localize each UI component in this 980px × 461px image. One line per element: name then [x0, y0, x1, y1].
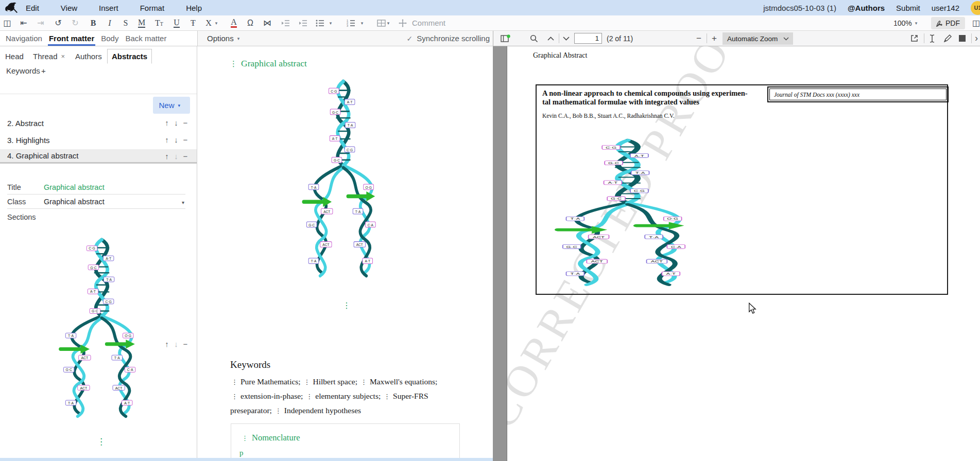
subtab-thread[interactable]: Thread × — [29, 49, 69, 64]
drag-handle-icon[interactable]: ⋮ — [242, 434, 248, 442]
move-up-icon[interactable]: ↑ — [163, 135, 171, 144]
text-size-button[interactable]: TT — [152, 15, 166, 30]
numbered-list-icon[interactable]: 123 — [343, 15, 358, 30]
tab-body[interactable]: Body — [100, 31, 119, 46]
move-down-icon[interactable]: ↓ — [172, 135, 180, 144]
open-in-window-icon[interactable] — [907, 31, 921, 46]
nomenclature-section[interactable]: ⋮Nomenclature p — [231, 423, 460, 458]
search-icon[interactable] — [527, 31, 541, 46]
menu-format[interactable]: Format — [140, 4, 165, 12]
page-layout-icon[interactable]: ◫ — [0, 15, 14, 30]
new-section-button[interactable]: New ▾ — [153, 97, 190, 114]
more-tools-icon[interactable]: › — [972, 31, 980, 46]
remove-icon[interactable]: − — [181, 340, 190, 348]
tab-back-matter[interactable]: Back matter — [124, 31, 167, 46]
app-logo-bird-icon[interactable] — [3, 1, 19, 15]
comment-button[interactable]: Comment — [412, 15, 445, 30]
subtab-abstracts[interactable]: Abstracts — [107, 49, 152, 64]
go-to-end-icon[interactable]: ⇥ — [33, 15, 48, 30]
keyword-drag-handle-icon[interactable]: ⋮ — [231, 378, 238, 386]
keywords-list[interactable]: ⋮Pure Mathematics; ⋮Hilbert space; ⋮Maxw… — [230, 375, 468, 418]
text-select-tool-icon[interactable] — [926, 31, 938, 46]
menu-insert[interactable]: Insert — [99, 4, 118, 12]
variable-dropdown-caret-icon[interactable]: ▾ — [213, 15, 219, 30]
bowtie-icon[interactable]: ⋈ — [260, 15, 274, 30]
preview-layout-icon[interactable]: ◫ — [972, 15, 980, 30]
pdf-export-button[interactable]: PDF — [931, 17, 965, 29]
move-up-icon[interactable]: ↑ — [163, 340, 171, 348]
italic-button[interactable]: I — [102, 15, 117, 30]
small-caps-button[interactable]: S — [118, 15, 133, 30]
zoom-in-icon[interactable]: + — [709, 31, 720, 46]
class-field-value[interactable]: Graphical abstract — [44, 198, 105, 206]
graphical-abstract-thumbnail[interactable] — [51, 230, 152, 429]
add-block-handle-icon[interactable]: ⋮ — [342, 300, 351, 310]
menu-view[interactable]: View — [61, 4, 77, 12]
keyword-item[interactable]: Maxwell's equations; — [370, 377, 438, 386]
menu-edit[interactable]: Edit — [26, 4, 39, 12]
remove-icon[interactable]: − — [181, 135, 190, 144]
subtab-head[interactable]: Head — [1, 49, 28, 64]
subtab-authors[interactable]: Authors — [71, 49, 106, 64]
sidebar-toggle-icon[interactable] — [497, 31, 513, 46]
synchronize-scrolling-toggle[interactable]: ✓ Synchronize scrolling — [407, 34, 490, 43]
table-dropdown-caret-icon[interactable]: ▾ — [385, 15, 391, 30]
horizontal-scrollbar[interactable] — [0, 458, 493, 461]
insert-object-icon[interactable] — [396, 15, 410, 30]
next-page-icon[interactable] — [560, 31, 572, 46]
strikethrough-button[interactable]: Ŧ — [186, 15, 200, 30]
tab-front-matter[interactable]: Front matter — [48, 31, 95, 46]
keyword-item[interactable]: Pure Mathematics; — [240, 377, 301, 386]
stamp-tool-icon[interactable] — [956, 31, 968, 46]
remove-icon[interactable]: − — [181, 152, 190, 161]
graphical-abstract-figure[interactable] — [295, 78, 391, 282]
options-menu-button[interactable]: Options ▾ — [207, 34, 244, 43]
submit-button[interactable]: Submit — [896, 4, 920, 12]
tab-navigation[interactable]: Navigation — [5, 31, 43, 46]
nomenclature-heading[interactable]: ⋮Nomenclature — [242, 433, 300, 443]
title-field-value[interactable]: Graphical abstract — [44, 183, 105, 191]
zoom-mode-select[interactable]: Automatic Zoom — [723, 32, 793, 45]
numbered-list-dropdown-caret-icon[interactable]: ▾ — [359, 15, 365, 30]
indent-icon[interactable] — [296, 15, 310, 30]
class-dropdown-caret-icon[interactable]: ▾ — [182, 200, 184, 205]
nomenclature-entry[interactable]: p — [239, 449, 244, 457]
pdf-page[interactable]: UNCORRECTED PROOF Graphical Abstract Jou… — [507, 46, 980, 461]
move-up-icon[interactable]: ↑ — [163, 152, 171, 161]
keyword-item[interactable]: Independent hypotheses — [284, 406, 361, 415]
keyword-item[interactable]: extension-in-phase; — [240, 392, 303, 400]
user-avatar[interactable]: U1 — [971, 1, 980, 15]
keyword-drag-handle-icon[interactable]: ⋮ — [360, 378, 367, 386]
move-up-icon[interactable]: ↑ — [163, 118, 171, 127]
drag-handle-icon[interactable]: ⋮ — [230, 60, 237, 68]
drag-handle-icon[interactable]: ⋮ — [97, 436, 106, 447]
special-character-button[interactable]: Ω — [243, 15, 257, 30]
outdent-icon[interactable] — [278, 15, 293, 30]
keyword-drag-handle-icon[interactable]: ⋮ — [231, 393, 238, 400]
menu-help[interactable]: Help — [186, 4, 202, 12]
bullet-list-dropdown-caret-icon[interactable]: ▾ — [328, 15, 334, 30]
move-down-icon[interactable]: ↓ — [172, 340, 180, 348]
go-to-start-icon[interactable]: ⇤ — [16, 15, 31, 30]
add-subtab-button[interactable]: + — [37, 63, 50, 78]
authors-mention-link[interactable]: @Authors — [848, 4, 885, 12]
close-icon[interactable]: × — [61, 52, 65, 60]
draw-tool-icon[interactable] — [941, 31, 954, 46]
keyword-drag-handle-icon[interactable]: ⋮ — [275, 407, 282, 415]
undo-icon[interactable]: ↺ — [51, 15, 65, 30]
bullet-list-icon[interactable] — [313, 15, 327, 30]
graphical-abstract-heading[interactable]: ⋮Graphical abstract — [230, 58, 307, 69]
font-color-button[interactable]: A — [227, 15, 241, 30]
zoom-out-icon[interactable]: − — [693, 31, 704, 46]
keyword-drag-handle-icon[interactable]: ⋮ — [306, 393, 313, 400]
keyword-item[interactable]: Hilbert space; — [313, 377, 358, 386]
underline-button[interactable]: U — [169, 15, 184, 30]
keyword-drag-handle-icon[interactable]: ⋮ — [304, 378, 311, 386]
move-down-icon[interactable]: ↓ — [172, 152, 180, 161]
mark-button[interactable]: M — [134, 15, 149, 30]
previous-page-icon[interactable] — [545, 31, 556, 46]
remove-icon[interactable]: − — [181, 118, 190, 127]
keyword-drag-handle-icon[interactable]: ⋮ — [384, 393, 390, 400]
keyword-item[interactable]: elementary subjects; — [315, 392, 381, 400]
page-number-input[interactable] — [574, 33, 602, 44]
